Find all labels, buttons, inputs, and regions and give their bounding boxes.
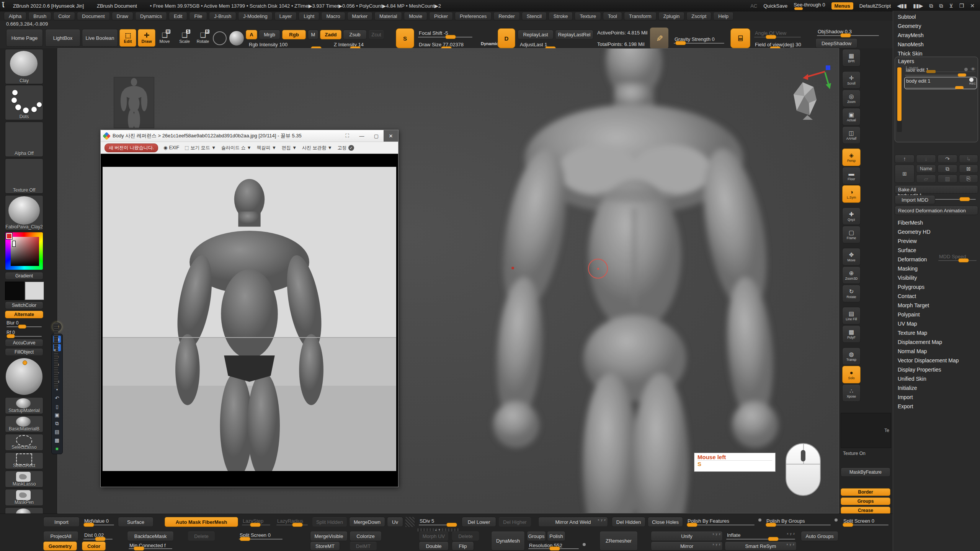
duplicate-layer-button[interactable]: ⧉: [938, 165, 957, 173]
tool-section-header[interactable]: Surface: [893, 246, 980, 255]
menu-item[interactable]: Brush: [28, 12, 51, 20]
trash-icon[interactable]: ▯: [53, 403, 61, 410]
merge-visible-button[interactable]: MergeVisible: [310, 531, 348, 541]
tool-section-header[interactable]: UV Map: [893, 319, 980, 328]
new-version-button[interactable]: 새 버전이 나왔습니다.: [105, 143, 158, 152]
frame-icon[interactable]: ▣: [53, 411, 61, 419]
tool-section-header[interactable]: FiberMesh: [893, 218, 980, 227]
photo-viewer-window[interactable]: Body 사진 레퍼런스 > 26e1c1eef58ae9ab0122abd39…: [100, 130, 399, 487]
tool-section-header[interactable]: Normal Map: [893, 347, 980, 356]
tool-section-header[interactable]: Initialize: [893, 383, 980, 393]
tool-section-header[interactable]: Contact: [893, 292, 980, 301]
solo-button[interactable]: ●Solo: [842, 366, 861, 383]
tool-section-header[interactable]: Deformation: [893, 255, 980, 264]
edit-button[interactable]: ⬚Edit: [119, 29, 136, 47]
surface-button[interactable]: Surface: [118, 517, 154, 527]
switch-color-button[interactable]: SwitchColor: [5, 302, 43, 309]
main-color-swatch[interactable]: [5, 282, 24, 300]
sculpt-model[interactable]: [425, 48, 839, 514]
saturation-selector[interactable]: [12, 241, 16, 247]
merge-down-button[interactable]: MergeDown: [349, 517, 385, 527]
import-mdd-button[interactable]: Import MDD: [895, 195, 935, 204]
bpr-button[interactable]: ▦BPR: [842, 49, 861, 67]
default-zscript-button[interactable]: DefaultZScript: [859, 3, 891, 9]
tool-section-header[interactable]: Display Properties: [893, 365, 980, 374]
menu-item[interactable]: J-Brush: [209, 12, 236, 20]
texture-on-label[interactable]: Texture On: [843, 451, 866, 456]
project-all-button[interactable]: ProjectAll: [43, 531, 78, 541]
tool-section-header[interactable]: Export: [893, 402, 980, 411]
del-higher-button[interactable]: Del Higher: [498, 517, 531, 527]
menu-item[interactable]: Macro: [321, 12, 345, 20]
current-material-thumb[interactable]: FabioPaiva_Clay2: [5, 195, 43, 230]
tool-section-header[interactable]: Polypaint: [893, 310, 980, 319]
zadd-button[interactable]: Zadd: [320, 30, 341, 39]
tray-divider[interactable]: [54, 323, 58, 388]
menu-item[interactable]: Stroke: [549, 12, 573, 20]
mirror-and-weld-button[interactable]: Mirror And Weldx y z: [538, 517, 608, 527]
viewer-title-bar[interactable]: Body 사진 레퍼런스 > 26e1c1eef58ae9ab0122abd39…: [101, 130, 398, 142]
tool-section-header[interactable]: Vector Displacement Map: [893, 356, 980, 365]
dist-slider[interactable]: Dist 0.02: [82, 531, 114, 541]
uv-button[interactable]: Uv: [387, 517, 403, 527]
import-button[interactable]: Import: [43, 517, 80, 527]
viewer-fullscreen-icon[interactable]: ⛶: [340, 130, 354, 142]
bake-all-button[interactable]: Bake All: [895, 185, 978, 194]
layer-branch-button[interactable]: ↳: [959, 155, 978, 163]
rename-layer-button[interactable]: Name: [916, 165, 936, 173]
menu-item[interactable]: Texture: [575, 12, 601, 20]
morph-uv-button[interactable]: Morph UV: [419, 531, 449, 541]
menu-item[interactable]: Material: [374, 12, 402, 20]
left-tray-toggle-icon[interactable]: ◀▮▮: [897, 3, 907, 9]
close-button[interactable]: ✕: [970, 3, 975, 9]
current-material-icon[interactable]: [229, 31, 244, 46]
polyframe-button[interactable]: ▩PolyF: [842, 325, 861, 343]
transparency-button[interactable]: ◍Transp: [842, 347, 861, 365]
fill-object-button[interactable]: FillObject: [5, 348, 43, 356]
menu-item[interactable]: Help: [713, 12, 733, 20]
brush-size-icon[interactable]: S: [396, 28, 414, 48]
del-mt-button[interactable]: DelMT: [350, 541, 377, 551]
m-button[interactable]: M: [308, 30, 318, 39]
backface-mask-button[interactable]: BackfaceMask: [127, 531, 174, 541]
viewer-close-button[interactable]: ✕: [384, 130, 398, 142]
lazystep-slider[interactable]: LazyStep: [240, 517, 272, 527]
zsub-button[interactable]: Zsub: [343, 30, 367, 39]
draw-button[interactable]: ✛Draw: [138, 29, 155, 47]
focal-shift-slider[interactable]: Focal Shift -5: [416, 29, 474, 39]
camera-icon[interactable]: ⌸: [730, 28, 750, 48]
document-canvas[interactable]: Body 사진 레퍼런스 > 26e1c1eef58ae9ab0122abd39…: [57, 48, 839, 514]
menu-item[interactable]: Zplugin: [658, 12, 685, 20]
polish-by-groups-slider[interactable]: Polish By Groups: [764, 517, 832, 527]
right-tray-toggle-icon[interactable]: ▮▮▶: [913, 3, 923, 9]
menu-item[interactable]: Zscript: [686, 12, 711, 20]
see-through-slider[interactable]: See-through 0: [794, 2, 825, 10]
tool-section-header[interactable]: Geometry HD: [893, 227, 980, 236]
frame-button[interactable]: ▢Frame: [842, 226, 861, 243]
mask-pen-thumb[interactable]: MaskPen: [5, 489, 43, 506]
deep-shadow-button[interactable]: DeepShadow: [815, 38, 858, 48]
crease-button[interactable]: Crease: [841, 507, 890, 514]
tile-windows-icon[interactable]: ⧉: [939, 3, 943, 9]
viewer-maximize-button[interactable]: ▢: [369, 130, 384, 142]
current-stroke-thumb[interactable]: Dots: [5, 85, 43, 120]
smart-resym-button[interactable]: Smart ReSymx y z: [725, 541, 797, 551]
layer-redo-button[interactable]: ↷: [938, 155, 957, 163]
bookmark-dropdown[interactable]: 책갈피 ▼: [257, 145, 276, 151]
home-page-button[interactable]: Home Page: [6, 29, 43, 47]
mrgb-button[interactable]: Mrgb: [259, 30, 280, 39]
tool-section-header[interactable]: Import: [893, 393, 980, 402]
tool-section-header[interactable]: ArrayMesh: [893, 31, 980, 40]
current-brush-thumb[interactable]: Clay: [5, 49, 43, 84]
alternate-button[interactable]: Alternate: [5, 311, 43, 318]
store-mt-button[interactable]: StoreMT: [310, 541, 340, 551]
undo-icon[interactable]: ↶: [53, 395, 61, 402]
viewer-minimize-button[interactable]: —: [354, 130, 369, 142]
menu-item[interactable]: Transform: [624, 12, 657, 20]
edit-dropdown[interactable]: 편집 ▼: [282, 145, 297, 151]
texture-map-thumb[interactable]: Te: [841, 413, 891, 448]
tool-section-header[interactable]: Polygroups: [893, 282, 980, 292]
secondary-color-swatch[interactable]: [25, 282, 44, 300]
double-button[interactable]: Double: [419, 541, 449, 551]
split-layer-button[interactable]: ▨: [938, 174, 957, 183]
